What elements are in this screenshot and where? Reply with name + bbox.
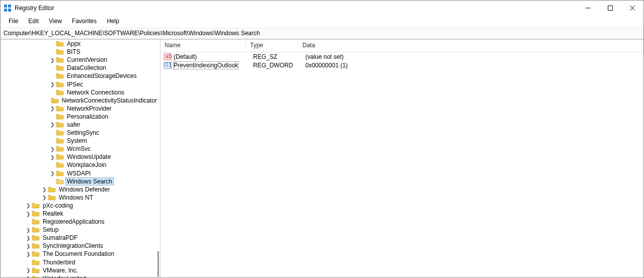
list-body: ab(Default)REG_SZ(value not set)011Preve… — [160, 52, 643, 69]
chevron-right-icon[interactable]: ❯ — [49, 154, 56, 160]
tree-item-label: Network Connections — [66, 89, 125, 96]
folder-icon — [32, 218, 40, 225]
folder-icon — [56, 121, 64, 128]
tree-item-safer[interactable]: ❯safer — [1, 121, 160, 129]
chevron-right-icon[interactable]: ❯ — [41, 187, 48, 192]
menu-favorites[interactable]: Favorites — [67, 17, 102, 26]
tree-item-networkprovider[interactable]: ❯NetworkProvider — [1, 105, 160, 113]
chevron-right-icon[interactable]: ❯ — [49, 81, 56, 87]
tree-item-personalization[interactable]: Personalization — [1, 113, 160, 121]
tree-item-label: VMware, Inc. — [42, 267, 79, 274]
svg-rect-2 — [4, 9, 7, 12]
tree-item-waterfoxlimited[interactable]: ❯WaterfoxLimited — [1, 274, 160, 277]
tree-item-sumatrapdf[interactable]: ❯SumatraPDF — [1, 234, 160, 242]
chevron-right-icon[interactable]: ❯ — [49, 170, 56, 176]
column-type[interactable]: Type — [246, 40, 298, 52]
tree-item-currentversion[interactable]: ❯CurrentVersion — [1, 56, 160, 64]
chevron-right-icon[interactable]: ❯ — [25, 251, 32, 257]
tree-item-label: SumatraPDF — [42, 234, 78, 241]
tree-item-appx[interactable]: Appx — [1, 40, 160, 48]
content-area: AppxBITS❯CurrentVersionDataCollectionEnh… — [1, 39, 643, 277]
tree-item-thunderbird[interactable]: Thunderbird — [1, 258, 160, 266]
tree-item-label: NetworkConnectivityStatusIndicator — [61, 97, 158, 104]
tree-item-windowsupdate[interactable]: ❯WindowsUpdate — [1, 153, 160, 161]
value-data: (value not set) — [304, 53, 643, 60]
chevron-right-icon[interactable]: ❯ — [25, 267, 32, 273]
svg-rect-3 — [8, 9, 11, 12]
close-button[interactable] — [621, 1, 643, 16]
menu-view[interactable]: View — [44, 17, 67, 26]
menu-help[interactable]: Help — [102, 17, 124, 26]
tree-item-system[interactable]: System — [1, 137, 160, 145]
dword-value-icon: 011 — [164, 62, 172, 69]
tree-item-label: SettingSync — [66, 129, 100, 136]
tree-item-pxc-coding[interactable]: ❯pXc-coding — [1, 202, 160, 210]
folder-icon — [32, 267, 40, 274]
folder-icon — [48, 194, 56, 201]
list-header: Name Type Data — [160, 40, 643, 52]
chevron-right-icon[interactable]: ❯ — [25, 227, 32, 233]
tree-item-label: BITS — [66, 48, 82, 55]
chevron-right-icon[interactable]: ❯ — [41, 195, 48, 200]
tree-item-vmware-inc-[interactable]: ❯VMware, Inc. — [1, 266, 160, 274]
tree-item-syncintegrationclients[interactable]: ❯SyncIntegrationClients — [1, 242, 160, 250]
tree-item-windows-search[interactable]: Windows Search — [1, 177, 160, 186]
chevron-right-icon[interactable]: ❯ — [25, 235, 32, 241]
menu-edit[interactable]: Edit — [23, 17, 44, 26]
list-pane[interactable]: Name Type Data ab(Default)REG_SZ(value n… — [160, 40, 643, 277]
column-data[interactable]: Data — [298, 40, 643, 52]
tree-item-the-document-foundation[interactable]: ❯The Document Foundation — [1, 250, 160, 258]
folder-icon — [56, 89, 64, 96]
tree-item-network-connections[interactable]: Network Connections — [1, 88, 160, 97]
chevron-right-icon[interactable]: ❯ — [25, 275, 32, 277]
value-name: (Default) — [174, 53, 197, 60]
folder-icon — [56, 170, 64, 177]
maximize-button[interactable] — [599, 1, 621, 16]
tree-item-setup[interactable]: ❯Setup — [1, 226, 160, 234]
chevron-right-icon[interactable]: ❯ — [49, 57, 56, 63]
folder-icon — [32, 259, 40, 266]
tree-item-datacollection[interactable]: DataCollection — [1, 64, 160, 72]
value-row[interactable]: ab(Default)REG_SZ(value not set) — [160, 52, 643, 61]
folder-icon — [56, 81, 64, 88]
tree-item-label: System — [66, 137, 88, 144]
tree-item-wcmsvc[interactable]: ❯WcmSvc — [1, 145, 160, 153]
titlebar: Registry Editor — [1, 1, 643, 16]
chevron-right-icon[interactable]: ❯ — [49, 122, 56, 127]
tree-item-label: Windows NT — [58, 194, 94, 201]
folder-icon — [56, 153, 64, 160]
tree-pane[interactable]: AppxBITS❯CurrentVersionDataCollectionEnh… — [1, 40, 160, 277]
tree-item-networkconnectivitystatusindicator[interactable]: NetworkConnectivityStatusIndicator — [1, 97, 160, 105]
svg-rect-5 — [608, 6, 613, 11]
folder-icon — [56, 161, 64, 168]
column-name[interactable]: Name — [160, 40, 246, 52]
tree-item-label: WindowsUpdate — [66, 153, 112, 160]
tree-item-windows-defender[interactable]: ❯Windows Defender — [1, 186, 160, 194]
minimize-button[interactable] — [577, 1, 599, 16]
tree-item-registeredapplications[interactable]: RegisteredApplications — [1, 218, 160, 226]
folder-icon — [56, 129, 64, 136]
value-name: PreventIndexingOutlook — [174, 62, 238, 69]
tree-item-realtek[interactable]: ❯Realtek — [1, 210, 160, 218]
tree-item-wsdapi[interactable]: ❯WSDAPI — [1, 169, 160, 177]
folder-icon — [56, 56, 64, 63]
svg-rect-0 — [4, 5, 7, 8]
tree-item-enhancedstoragedevices[interactable]: EnhancedStorageDevices — [1, 72, 160, 80]
chevron-right-icon[interactable]: ❯ — [49, 146, 56, 152]
tree-item-windows-nt[interactable]: ❯Windows NT — [1, 194, 160, 202]
menu-file[interactable]: File — [4, 17, 23, 26]
tree-item-label: safer — [66, 121, 82, 128]
value-row[interactable]: 011PreventIndexingOutlookREG_DWORD0x0000… — [160, 61, 643, 69]
tree-item-ipsec[interactable]: ❯IPSec — [1, 80, 160, 88]
tree-item-workplacejoin[interactable]: WorkplaceJoin — [1, 161, 160, 169]
chevron-right-icon[interactable]: ❯ — [25, 203, 32, 208]
folder-icon — [56, 145, 64, 152]
resize-handle[interactable] — [157, 251, 159, 277]
window-controls — [577, 1, 643, 16]
chevron-right-icon[interactable]: ❯ — [49, 106, 56, 111]
chevron-right-icon[interactable]: ❯ — [25, 243, 32, 249]
chevron-right-icon[interactable]: ❯ — [25, 211, 32, 217]
tree-item-bits[interactable]: BITS — [1, 48, 160, 56]
tree-item-settingsync[interactable]: SettingSync — [1, 129, 160, 137]
address-bar[interactable]: Computer\HKEY_LOCAL_MACHINE\SOFTWARE\Pol… — [1, 28, 643, 39]
